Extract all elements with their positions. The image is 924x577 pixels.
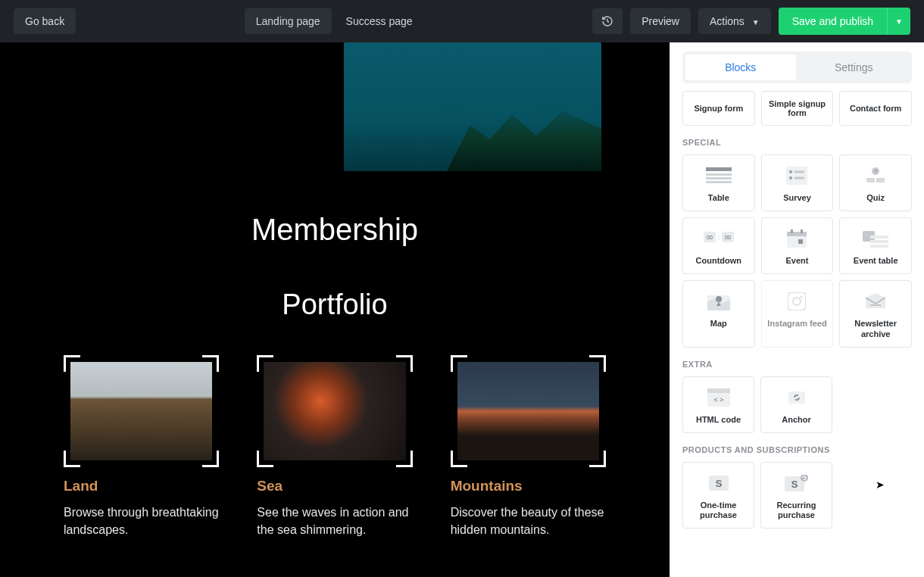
portfolio-cards: Land Browse through breathtaking landsca… bbox=[64, 355, 606, 538]
table-icon bbox=[686, 164, 751, 187]
svg-rect-24 bbox=[870, 235, 888, 239]
svg-text:S: S bbox=[791, 479, 798, 490]
block-recurring-purchase[interactable]: SRecurring purchase bbox=[760, 462, 832, 529]
svg-rect-36 bbox=[788, 391, 805, 404]
survey-icon bbox=[765, 164, 830, 187]
block-label: One-time purchase bbox=[686, 501, 751, 520]
block-label: Event bbox=[765, 256, 830, 266]
instagram-icon bbox=[765, 290, 830, 313]
section-special-label: SPECIAL bbox=[682, 138, 912, 147]
block-signup-form[interactable]: Signup form bbox=[682, 91, 755, 126]
thumbnail-mountains bbox=[457, 362, 599, 460]
card-mountains[interactable]: Mountains Discover the beauty of these h… bbox=[451, 355, 606, 538]
tab-success-page[interactable]: Success page bbox=[335, 8, 424, 34]
svg-point-5 bbox=[789, 170, 792, 173]
card-desc: See the waves in action and the sea shim… bbox=[257, 504, 412, 538]
actions-button[interactable]: Actions ▼ bbox=[698, 8, 771, 34]
anchor-icon bbox=[764, 386, 829, 409]
svg-rect-3 bbox=[706, 181, 732, 183]
block-label: Countdown bbox=[686, 256, 751, 266]
preview-button[interactable]: Preview bbox=[630, 8, 691, 34]
stripe-icon: S bbox=[686, 472, 751, 494]
svg-rect-32 bbox=[870, 304, 881, 306]
card-desc: Browse through breathtaking landscapes. bbox=[64, 504, 219, 538]
section-products-label: PRODUCTS AND SUBSCRIPTIONS bbox=[682, 445, 912, 454]
code-icon: < > bbox=[686, 386, 751, 409]
block-one-time-purchase[interactable]: SOne-time purchase bbox=[682, 462, 754, 529]
sidebar-tabs: Blocks Settings bbox=[682, 51, 912, 83]
block-anchor[interactable]: Anchor bbox=[760, 376, 832, 433]
heading-membership[interactable]: Membership bbox=[64, 213, 606, 247]
svg-rect-12 bbox=[876, 178, 885, 182]
block-event-table[interactable]: Event table bbox=[839, 217, 912, 274]
chevron-down-icon: ▼ bbox=[752, 18, 760, 27]
svg-text:S: S bbox=[715, 478, 722, 489]
thumbnail-sea bbox=[264, 362, 405, 460]
editor-canvas[interactable]: Membership Portfolio Land Browse through… bbox=[0, 42, 670, 577]
block-label: Table bbox=[686, 193, 751, 203]
save-publish-button[interactable]: Save and publish bbox=[779, 8, 887, 35]
block-label: Map bbox=[686, 319, 751, 329]
go-back-button[interactable]: Go back bbox=[14, 8, 76, 34]
block-newsletter-archive[interactable]: Newsletter archive bbox=[839, 280, 912, 347]
svg-text:?: ? bbox=[874, 169, 877, 174]
block-survey[interactable]: Survey bbox=[761, 154, 834, 211]
block-table[interactable]: Table bbox=[682, 154, 755, 211]
thumbnail-land bbox=[70, 362, 212, 460]
tab-landing-page[interactable]: Landing page bbox=[245, 8, 332, 34]
block-countdown[interactable]: 00:00Countdown bbox=[682, 217, 755, 274]
block-label: Event table bbox=[843, 256, 908, 266]
block-html-code[interactable]: < >HTML code bbox=[682, 376, 754, 433]
history-button[interactable] bbox=[592, 8, 623, 34]
countdown-icon: 00:00 bbox=[686, 227, 751, 250]
svg-rect-34 bbox=[707, 388, 730, 393]
svg-rect-25 bbox=[870, 240, 888, 243]
actions-label: Actions bbox=[710, 15, 745, 27]
svg-rect-20 bbox=[791, 229, 793, 233]
map-icon bbox=[686, 290, 751, 313]
block-label: Survey bbox=[765, 193, 830, 203]
stripe-recurring-icon: S bbox=[764, 472, 829, 494]
block-quiz[interactable]: ?Quiz bbox=[839, 154, 912, 211]
hero-image[interactable] bbox=[344, 42, 601, 171]
card-desc: Discover the beauty of these hidden moun… bbox=[451, 504, 606, 538]
event-table-icon bbox=[843, 227, 908, 250]
history-icon bbox=[601, 15, 613, 27]
block-label: Recurring purchase bbox=[764, 501, 829, 520]
svg-rect-0 bbox=[706, 167, 732, 171]
svg-rect-29 bbox=[788, 292, 806, 310]
svg-rect-6 bbox=[794, 171, 804, 173]
block-event[interactable]: Event bbox=[761, 217, 834, 274]
block-contact-form[interactable]: Contact form bbox=[839, 91, 912, 126]
card-title: Mountains bbox=[451, 478, 606, 494]
svg-text::: : bbox=[718, 234, 720, 241]
heading-portfolio[interactable]: Portfolio bbox=[64, 288, 606, 321]
block-map[interactable]: Map bbox=[682, 280, 755, 347]
block-label: Instagram feed bbox=[765, 319, 830, 329]
top-toolbar: Go back Landing page Success page Previe… bbox=[0, 0, 924, 42]
svg-rect-11 bbox=[866, 178, 875, 182]
card-sea[interactable]: Sea See the waves in action and the sea … bbox=[257, 355, 412, 538]
block-label: Anchor bbox=[764, 415, 829, 425]
svg-point-28 bbox=[716, 296, 722, 302]
quiz-icon: ? bbox=[843, 164, 908, 187]
svg-rect-26 bbox=[870, 245, 888, 248]
svg-rect-1 bbox=[706, 173, 732, 176]
svg-rect-21 bbox=[801, 229, 803, 233]
card-title: Land bbox=[64, 478, 219, 494]
svg-rect-8 bbox=[794, 177, 804, 179]
svg-point-31 bbox=[801, 296, 803, 298]
sidebar: Blocks Settings Signup form Simple signu… bbox=[670, 42, 924, 577]
card-land[interactable]: Land Browse through breathtaking landsca… bbox=[64, 355, 219, 538]
block-simple-signup-form[interactable]: Simple signup form bbox=[761, 91, 834, 126]
block-instagram-feed[interactable]: Instagram feed bbox=[761, 280, 834, 347]
section-extra-label: EXTRA bbox=[682, 360, 912, 369]
tab-settings[interactable]: Settings bbox=[799, 55, 910, 80]
newsletter-icon bbox=[843, 290, 908, 313]
block-label: Quiz bbox=[843, 193, 908, 203]
tab-blocks[interactable]: Blocks bbox=[685, 55, 796, 80]
svg-rect-22 bbox=[798, 239, 803, 244]
svg-text:00: 00 bbox=[707, 235, 713, 240]
block-label: Newsletter archive bbox=[843, 319, 908, 338]
save-publish-dropdown[interactable]: ▼ bbox=[887, 8, 910, 35]
